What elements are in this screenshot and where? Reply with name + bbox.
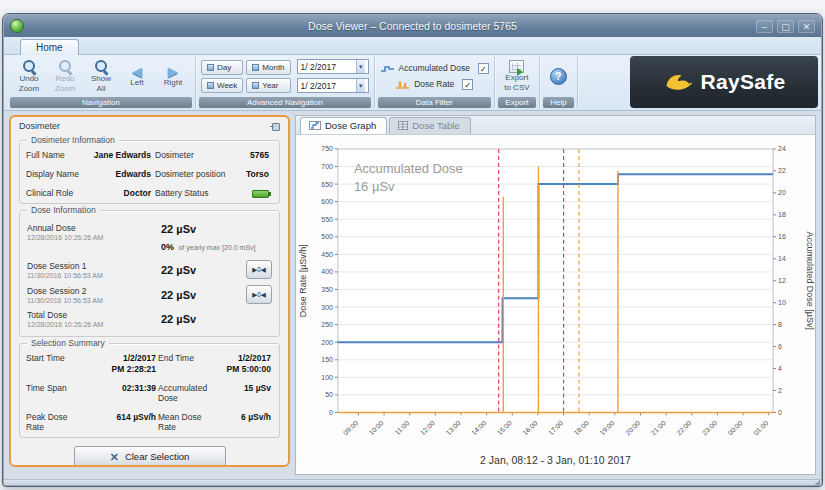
field-label: Full Name xyxy=(26,150,90,160)
group-label-navigation: Navigation xyxy=(10,97,192,108)
undo-zoom-icon xyxy=(22,59,37,74)
x-tick-label: 09:00 xyxy=(342,419,359,436)
group-legend: Dose Information xyxy=(27,205,100,215)
app-logo-icon xyxy=(10,19,24,33)
close-button[interactable]: ✕ xyxy=(798,20,815,33)
right-tick-label: 12 xyxy=(778,277,786,284)
pin-icon[interactable] xyxy=(270,122,280,131)
day-button[interactable]: Day xyxy=(201,60,243,75)
right-tick-label: 24 xyxy=(778,145,786,152)
left-tick-label: 450 xyxy=(321,251,333,258)
group-label-data-filter: Data Filter xyxy=(378,97,491,108)
window-title: Dose Viewer – Connected to dosimeter 576… xyxy=(4,20,821,32)
reset-session2-button[interactable]: ▶0◀ xyxy=(246,285,272,304)
annotation-accumulated-value: 16 µSv xyxy=(354,179,395,194)
week-icon xyxy=(207,82,214,89)
clear-icon: ✕ xyxy=(110,452,119,462)
accumulated-dose-filter[interactable]: Accumulated Dose ✓ xyxy=(380,63,489,74)
dosimeter-information-group: Dosimeter Information Full Name Jane Edw… xyxy=(19,140,280,204)
ribbon-group-help: ? Help xyxy=(540,56,578,108)
titlebar[interactable]: Dose Viewer – Connected to dosimeter 576… xyxy=(4,15,821,37)
right-tick-label: 0 xyxy=(778,409,782,416)
left-tick-label: 750 xyxy=(321,145,333,152)
dose-graph-area[interactable]: 0501001502002503003504004505005506006507… xyxy=(296,135,815,474)
dose-rate-line-icon xyxy=(395,80,410,89)
x-tick-label: 18:00 xyxy=(573,419,590,436)
x-tick-label: 20:00 xyxy=(624,419,641,436)
dropdown-caret-icon[interactable]: ▾ xyxy=(356,79,365,92)
dropdown-caret-icon[interactable]: ▾ xyxy=(356,60,365,73)
reset-session1-button[interactable]: ▶0◀ xyxy=(246,260,272,279)
main-area: Dosimeter Dosimeter Information Full Nam… xyxy=(4,111,821,479)
minimize-button[interactable]: – xyxy=(756,20,773,33)
right-arrow-icon: ▶ xyxy=(168,65,178,78)
left-tick-label: 700 xyxy=(321,163,333,170)
right-tick-label: 16 xyxy=(778,233,786,240)
redo-zoom-button[interactable]: Redo Zoom xyxy=(48,59,82,93)
x-axis-title: 2 Jan, 08:12 - 3 Jan, 01:10 2017 xyxy=(480,455,631,466)
graph-icon xyxy=(309,121,321,130)
group-label-help: Help xyxy=(543,97,574,108)
plot-area[interactable] xyxy=(338,149,773,412)
panel-title: Dosimeter xyxy=(19,121,60,131)
field-value: Doctor xyxy=(90,188,155,198)
week-button[interactable]: Week xyxy=(201,78,243,93)
right-tick-label: 6 xyxy=(778,343,782,350)
dose-chart[interactable]: 0501001502002503003504004505005506006507… xyxy=(296,135,815,474)
clear-selection-button[interactable]: ✕ Clear Selection xyxy=(74,446,226,467)
pan-left-button[interactable]: ◀ Left xyxy=(120,65,154,87)
left-tick-label: 400 xyxy=(321,268,333,275)
left-tick-label: 550 xyxy=(321,215,333,222)
ribbon-group-advanced-navigation: Day Month Week Year xyxy=(196,56,375,108)
maximize-button[interactable]: ▢ xyxy=(777,20,794,33)
right-tick-label: 4 xyxy=(778,365,782,372)
yearly-percent: 0% xyxy=(161,242,174,252)
tab-dose-table[interactable]: Dose Table xyxy=(389,117,470,134)
right-tick-label: 8 xyxy=(778,321,782,328)
resize-grip[interactable] xyxy=(813,479,820,486)
year-button[interactable]: Year xyxy=(246,78,290,93)
month-button[interactable]: Month xyxy=(246,60,290,75)
mean-dose-rate-value: 6 µSv/h xyxy=(226,412,273,422)
field-value: Torso xyxy=(241,169,273,179)
ribbon: Undo Zoom Redo Zoom Show All ◀ Left xyxy=(4,55,821,111)
x-tick-label: 01:00 xyxy=(752,419,769,436)
pan-right-button[interactable]: ▶ Right xyxy=(156,65,190,87)
tab-home[interactable]: Home xyxy=(20,39,79,55)
x-tick-label: 22:00 xyxy=(675,419,692,436)
show-all-icon xyxy=(94,59,109,74)
total-dose-value: 22 µSv xyxy=(161,313,196,325)
chart-panel: Dose Graph Dose Table 050100150200250300… xyxy=(295,115,816,475)
day-icon xyxy=(207,64,214,71)
dose-rate-filter[interactable]: Dose Rate ✓ xyxy=(395,79,473,90)
x-tick-label: 00:00 xyxy=(726,419,743,436)
group-legend: Selection Summary xyxy=(27,338,109,348)
left-tick-label: 100 xyxy=(321,373,333,380)
show-all-button[interactable]: Show All xyxy=(84,59,118,93)
year-icon xyxy=(252,82,259,89)
field-value: 5765 xyxy=(241,150,273,160)
left-tick-label: 150 xyxy=(321,356,333,363)
x-tick-label: 23:00 xyxy=(701,419,718,436)
date-to-picker[interactable]: 1/ 2/2017 ▾ xyxy=(297,78,369,93)
date-from-picker[interactable]: 1/ 2/2017 ▾ xyxy=(297,59,369,74)
right-tick-label: 18 xyxy=(778,211,786,218)
help-icon[interactable]: ? xyxy=(550,68,567,85)
dosimeter-panel: Dosimeter Dosimeter Information Full Nam… xyxy=(9,115,290,467)
field-value: Jane Edwards xyxy=(90,150,155,160)
export-csv-button[interactable]: Export to CSV xyxy=(500,60,534,92)
annotation-accumulated-dose: Accumulated Dose xyxy=(354,161,463,176)
tab-dose-graph[interactable]: Dose Graph xyxy=(300,117,387,134)
left-tick-label: 650 xyxy=(321,180,333,187)
end-time-value: 1/2/2017PM 5:00:00 xyxy=(226,353,273,374)
left-tick-label: 200 xyxy=(321,338,333,345)
month-icon xyxy=(252,64,259,71)
right-tick-label: 20 xyxy=(778,189,786,196)
x-tick-label: 17:00 xyxy=(547,419,564,436)
x-tick-label: 14:00 xyxy=(470,419,487,436)
field-label: Battery Status xyxy=(155,188,241,198)
dose-rate-checkbox[interactable]: ✓ xyxy=(462,79,473,90)
accumulated-dose-checkbox[interactable]: ✓ xyxy=(478,63,489,74)
undo-zoom-button[interactable]: Undo Zoom xyxy=(12,59,46,93)
field-label: Dosimeter position xyxy=(155,169,241,179)
